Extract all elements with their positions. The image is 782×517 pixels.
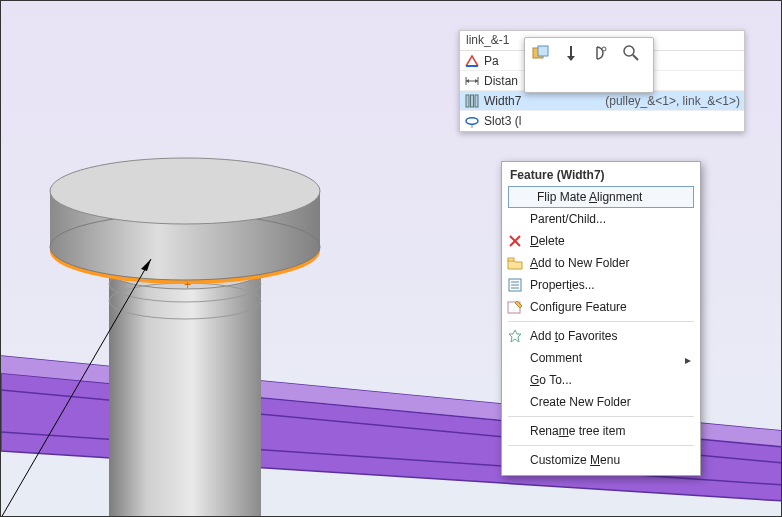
menu-item[interactable]: Add to Favorites	[502, 325, 700, 347]
zoom-button[interactable]	[619, 42, 643, 64]
menu-item-label: Create New Folder	[530, 395, 692, 409]
blank-icon	[506, 210, 524, 228]
menu-item[interactable]: Create New Folder	[502, 391, 700, 413]
svg-line-34	[633, 55, 638, 60]
menu-separator	[508, 321, 694, 322]
svg-rect-5	[109, 271, 261, 516]
menu-item-label: Customize Menu	[530, 453, 692, 467]
menu-item[interactable]: Comment	[502, 347, 700, 369]
context-toolbar	[524, 37, 654, 93]
menu-separator	[508, 416, 694, 417]
menu-item[interactable]: Rename tree item	[502, 420, 700, 442]
menu-item[interactable]: Add to New Folder	[502, 252, 700, 274]
blank-icon	[506, 451, 524, 469]
blank-icon	[506, 422, 524, 440]
menu-item-label: Delete	[530, 234, 692, 248]
svg-point-33	[624, 46, 634, 56]
menu-item[interactable]: Configure Feature	[502, 296, 700, 318]
menu-item-label: Configure Feature	[530, 300, 692, 314]
menu-separator	[508, 445, 694, 446]
suppress-icon	[562, 44, 580, 62]
favorite-icon	[506, 327, 524, 345]
blank-icon	[513, 188, 531, 206]
edit-feature-button[interactable]	[529, 42, 553, 64]
suppress-button[interactable]	[559, 42, 583, 64]
submenu-arrow-icon	[684, 354, 692, 362]
blank-icon	[506, 349, 524, 367]
breadcrumb-label: Width7	[484, 94, 601, 108]
svg-marker-44	[685, 358, 691, 364]
svg-text:+: +	[184, 278, 191, 292]
cylinder-shaft	[109, 253, 261, 516]
edit-feature-icon	[531, 44, 551, 62]
svg-marker-43	[509, 330, 521, 342]
menu-item-label: Add to Favorites	[530, 329, 692, 343]
folder-icon	[506, 254, 524, 272]
breadcrumb-label: Slot3 (l	[484, 114, 740, 128]
mate-width-icon	[464, 93, 480, 109]
svg-point-26	[466, 118, 478, 124]
menu-item[interactable]: Properties...	[502, 274, 700, 296]
menu-item-label: Flip Mate Alignment	[537, 190, 685, 204]
mate-coincident-icon	[464, 53, 480, 69]
menu-item-label: Go To...	[530, 373, 692, 387]
isolate-button[interactable]	[589, 42, 613, 64]
menu-item[interactable]: Delete	[502, 230, 700, 252]
mate-slot-icon	[464, 113, 480, 129]
context-menu: Feature (Width7) Flip Mate AlignmentPare…	[501, 161, 701, 476]
pulley-cap	[50, 158, 320, 280]
svg-point-13	[50, 158, 320, 224]
mate-distance-icon	[464, 73, 480, 89]
context-menu-header: Feature (Width7)	[502, 164, 700, 186]
svg-rect-24	[471, 95, 474, 107]
breadcrumb-row[interactable]: Slot3 (l	[460, 111, 744, 131]
isolate-icon	[592, 44, 610, 62]
breadcrumb-label-extra: (pulley_&<1>, link_&<1>)	[605, 94, 740, 108]
svg-rect-37	[508, 258, 514, 261]
menu-item-label: Parent/Child...	[530, 212, 692, 226]
zoom-to-icon	[622, 44, 640, 62]
delete-icon	[506, 232, 524, 250]
blank-icon	[506, 393, 524, 411]
menu-item-label: Add to New Folder	[530, 256, 692, 270]
blank-icon	[506, 371, 524, 389]
menu-item[interactable]: Customize Menu	[502, 449, 700, 471]
configure-icon	[506, 298, 524, 316]
svg-rect-23	[466, 95, 469, 107]
svg-point-32	[602, 47, 606, 51]
svg-rect-29	[538, 46, 548, 56]
menu-item[interactable]: Go To...	[502, 369, 700, 391]
menu-item[interactable]: Parent/Child...	[502, 208, 700, 230]
menu-item-label: Rename tree item	[530, 424, 692, 438]
center-mark: +	[184, 278, 191, 292]
breadcrumb-row[interactable]: Width7 (pulley_&<1>, link_&<1>)	[460, 91, 744, 111]
menu-item[interactable]: Flip Mate Alignment	[508, 186, 694, 208]
svg-marker-31	[567, 56, 575, 61]
menu-item-label: Properties...	[530, 278, 692, 292]
svg-rect-25	[475, 95, 478, 107]
properties-icon	[506, 276, 524, 294]
menu-item-label: Comment	[530, 351, 678, 365]
